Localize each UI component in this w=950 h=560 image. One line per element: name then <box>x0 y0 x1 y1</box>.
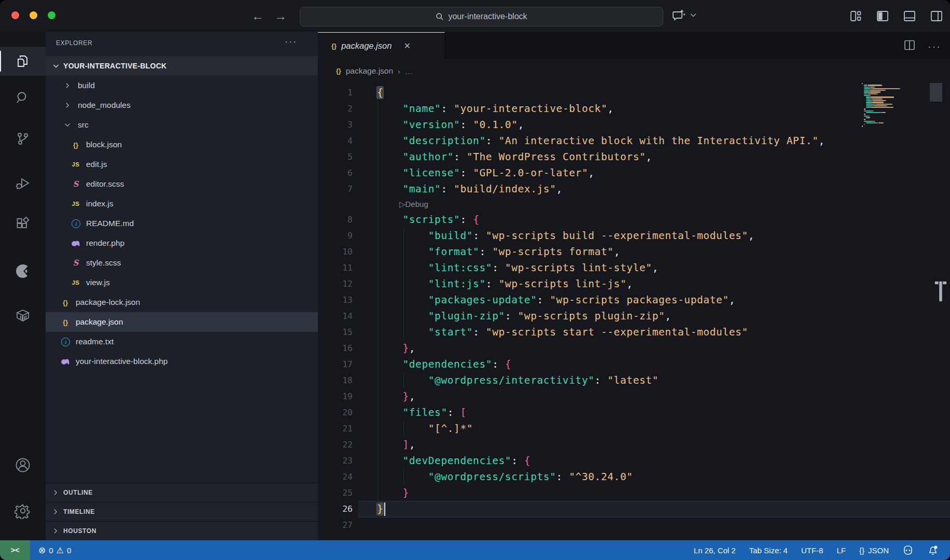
code-line-17[interactable]: "dependencies": { <box>377 356 511 372</box>
navigate-forward-button[interactable]: → <box>272 7 289 25</box>
code-line-2[interactable]: "name": "your-interactive-block", <box>377 101 614 117</box>
file-item-package-lock-json[interactable]: {}package-lock.json <box>46 292 318 312</box>
minimap[interactable] <box>862 83 924 129</box>
file-label: editor.scss <box>86 179 124 189</box>
file-label: readme.txt <box>76 337 114 346</box>
code-line-16[interactable]: }, <box>377 340 415 356</box>
code-line-1[interactable]: { <box>377 85 383 101</box>
code-line-13[interactable]: "packages-update": "wp-scripts packages-… <box>377 292 735 308</box>
file-item-readme-txt[interactable]: ireadme.txt <box>46 332 318 352</box>
breadcrumb[interactable]: {} package.json › … <box>318 59 950 83</box>
code-line-10[interactable]: "format": "wp-scripts format", <box>377 244 620 260</box>
line-number-7: 7 <box>318 181 353 197</box>
section-timeline[interactable]: TIMELINE <box>46 502 318 521</box>
section-houston[interactable]: HOUSTON <box>46 521 318 540</box>
code-line-12[interactable]: "lint:js": "wp-scripts lint-js", <box>377 276 633 292</box>
chevron-right-icon <box>52 508 59 515</box>
explorer-more-actions-icon[interactable]: ··· <box>285 36 297 47</box>
code-line-8[interactable]: "scripts": { <box>377 212 479 228</box>
code-line-24[interactable]: "@wordpress/scripts": "^30.24.0" <box>377 469 633 485</box>
line-number-10: 10 <box>318 244 353 260</box>
code-editor[interactable]: 1234567891011121314151617181920212223242… <box>318 32 950 540</box>
maximize-window-button[interactable] <box>48 11 55 19</box>
code-line-7[interactable]: "main": "build/index.js", <box>377 181 563 197</box>
code-line-9[interactable]: "build": "wp-scripts build --experimenta… <box>377 228 755 244</box>
php-elephant-icon <box>59 358 72 365</box>
code-line-23[interactable]: "devDependencies": { <box>377 453 530 469</box>
file-label: block.json <box>86 140 122 149</box>
tab-size-status[interactable]: Tab Size: 4 <box>749 546 788 555</box>
code-line-19[interactable]: }, <box>377 388 415 404</box>
code-line-3[interactable]: "version": "0.1.0", <box>377 117 524 133</box>
close-window-button[interactable] <box>11 11 19 19</box>
close-tab-icon[interactable]: ✕ <box>403 41 410 51</box>
language-mode-status[interactable]: {} JSON <box>859 546 889 555</box>
code-line-11[interactable]: "lint:css": "wp-scripts lint-style", <box>377 260 659 276</box>
file-item-build[interactable]: build <box>46 76 318 95</box>
code-line-25[interactable]: } <box>377 485 409 501</box>
line-number-11: 11 <box>318 260 353 276</box>
file-item-render-php[interactable]: render.php <box>46 233 318 253</box>
file-item-view-js[interactable]: JSview.js <box>46 273 318 292</box>
file-item-edit-js[interactable]: JSedit.js <box>46 155 318 174</box>
code-line-18[interactable]: "@wordpress/interactivity": "latest" <box>377 372 659 388</box>
line-number-16: 16 <box>318 340 353 356</box>
code-line-6[interactable]: "license": "GPL-2.0-or-later", <box>377 165 595 181</box>
code-line-21[interactable]: "[^.]*" <box>377 421 473 437</box>
file-item-package-json[interactable]: {}package.json <box>46 312 318 332</box>
file-item-node-modules[interactable]: node_modules <box>46 95 318 115</box>
file-item-index-js[interactable]: JSindex.js <box>46 194 318 214</box>
tree-root-your-interactive-block[interactable]: YOUR-INTERACTIVE-BLOCK <box>46 56 318 76</box>
sass-file-icon: S <box>69 179 82 189</box>
copilot-menu-button[interactable] <box>672 7 696 23</box>
toggle-panel-icon[interactable] <box>902 9 917 23</box>
command-center-search[interactable]: your-interactive-block <box>300 7 663 26</box>
containers-icon[interactable] <box>0 301 46 330</box>
chevron-right-icon: › <box>398 67 400 76</box>
code-line-4[interactable]: "description": "An interactive block wit… <box>377 133 825 149</box>
section-outline[interactable]: OUTLINE <box>46 483 318 502</box>
navigate-back-button[interactable]: ← <box>249 7 267 25</box>
remote-indicator[interactable]: >< <box>0 540 30 560</box>
explorer-icon[interactable] <box>0 47 46 76</box>
problems-status[interactable]: ⊗ 0 ⚠ 0 <box>38 545 71 556</box>
split-editor-icon[interactable] <box>903 38 916 52</box>
minimize-window-button[interactable] <box>30 11 37 19</box>
file-item-src[interactable]: src <box>46 115 318 135</box>
file-label: render.php <box>86 239 124 248</box>
extensions-icon[interactable] <box>0 210 46 239</box>
file-item-editor-scss[interactable]: Seditor.scss <box>46 174 318 194</box>
breadcrumb-more[interactable]: … <box>405 67 413 76</box>
line-number-19: 19 <box>318 388 353 404</box>
run-and-debug-icon[interactable] <box>0 169 46 198</box>
code-line-22[interactable]: ], <box>377 437 415 453</box>
eol-status[interactable]: LF <box>836 546 846 555</box>
code-line-14[interactable]: "plugin-zip": "wp-scripts plugin-zip", <box>377 308 672 324</box>
line-number-21: 21 <box>318 421 353 437</box>
copilot-status-icon[interactable] <box>902 544 914 556</box>
code-line-20[interactable]: "files": [ <box>377 404 467 421</box>
file-item-style-scss[interactable]: Sstyle.scss <box>46 253 318 273</box>
cursor-position-status[interactable]: Ln 26, Col 2 <box>694 546 736 555</box>
account-icon[interactable] <box>0 451 46 480</box>
playground-icon[interactable] <box>0 257 46 286</box>
toggle-secondary-sidebar-icon[interactable] <box>929 9 944 23</box>
code-line-15[interactable]: "start": "wp-scripts start --experimenta… <box>377 324 748 340</box>
code-line-5[interactable]: "author": "The WordPress Contributors", <box>377 149 652 165</box>
file-item-readme-md[interactable]: iREADME.md <box>46 214 318 233</box>
line-number-13: 13 <box>318 292 353 308</box>
search-icon[interactable] <box>0 83 46 113</box>
editor-more-actions-icon[interactable]: ··· <box>928 40 941 52</box>
notifications-bell-icon[interactable] <box>927 544 939 556</box>
file-item-block-json[interactable]: {}block.json <box>46 135 318 155</box>
source-control-icon[interactable] <box>0 124 46 153</box>
breadcrumb-file[interactable]: package.json <box>346 66 393 76</box>
debug-codelens[interactable]: ▷Debug <box>399 197 428 212</box>
tab-package-json[interactable]: {} package.json ✕ <box>318 32 445 59</box>
toggle-primary-sidebar-icon[interactable] <box>875 9 890 23</box>
settings-gear-icon[interactable] <box>0 496 46 525</box>
customize-layout-icon[interactable] <box>848 9 863 23</box>
file-item-your-interactive-block-php[interactable]: your-interactive-block.php <box>46 352 318 371</box>
encoding-status[interactable]: UTF-8 <box>801 546 823 555</box>
code-line-26[interactable]: } <box>377 501 383 517</box>
